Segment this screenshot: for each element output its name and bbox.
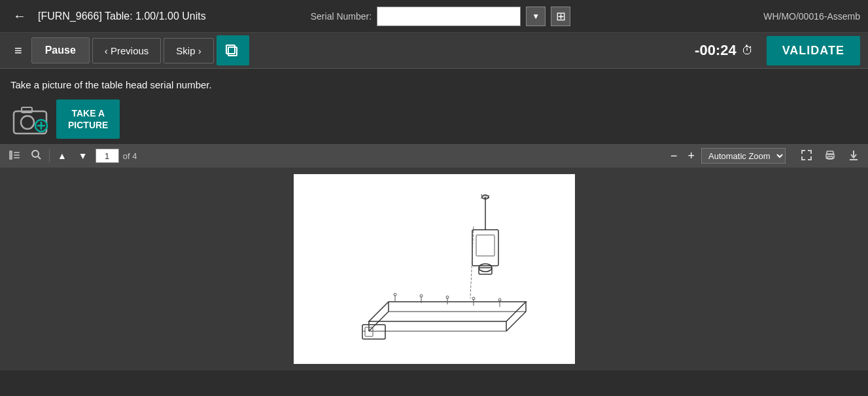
assembly-diagram: 10x	[310, 184, 559, 354]
svg-rect-10	[14, 154, 20, 156]
svg-rect-1	[226, 45, 235, 54]
download-icon	[848, 150, 859, 160]
copy-button[interactable]	[217, 35, 249, 65]
svg-rect-9	[14, 152, 20, 153]
content-area: Take a picture of the table head serial …	[0, 69, 868, 144]
skip-button[interactable]: Skip ›	[164, 38, 213, 63]
zoom-controls: − + Automatic Zoom 50% 75% 100% 125% 150…	[667, 148, 786, 164]
expand-icon	[801, 150, 812, 160]
skip-label: Skip	[176, 45, 195, 56]
pdf-right-tools	[797, 149, 863, 164]
pdf-search-button[interactable]	[27, 149, 45, 163]
pdf-toolbar: ▲ ▼ of 4 − + Automatic Zoom 50% 75% 100%…	[0, 144, 868, 168]
back-button[interactable]: ←	[8, 6, 31, 26]
camera-plus-icon	[11, 102, 49, 136]
serial-number-input[interactable]	[377, 7, 521, 26]
pdf-next-page-button[interactable]: ▼	[75, 149, 92, 162]
work-order-ref: WH/MO/00016-Assemb	[763, 11, 860, 22]
serial-add-button[interactable]: ⊞	[551, 7, 570, 26]
pdf-prev-page-button[interactable]: ▲	[54, 149, 71, 162]
prev-chevron-icon: ‹	[105, 45, 108, 56]
svg-rect-16	[827, 156, 833, 159]
pdf-download-button[interactable]	[844, 149, 863, 164]
copy-icon	[226, 43, 240, 58]
sidebar-toggle-icon	[9, 151, 20, 160]
timer-icon[interactable]: ⏱	[742, 44, 754, 58]
instruction-text: Take a picture of the table head serial …	[10, 79, 858, 90]
svg-line-30	[506, 312, 526, 331]
svg-point-3	[21, 116, 34, 129]
svg-rect-0	[228, 47, 237, 56]
pdf-viewer: 10x	[0, 168, 868, 370]
svg-line-13	[38, 156, 41, 159]
svg-rect-8	[9, 151, 12, 160]
previous-label: Previous	[111, 45, 148, 56]
pdf-sidebar-button[interactable]	[5, 149, 24, 163]
search-icon	[31, 150, 41, 160]
pdf-divider-1	[49, 149, 50, 162]
zoom-out-button[interactable]: −	[667, 149, 682, 163]
take-picture-button[interactable]: TAKE APICTURE	[56, 99, 120, 139]
zoom-select[interactable]: Automatic Zoom 50% 75% 100% 125% 150%	[701, 148, 786, 164]
pdf-print-button[interactable]	[821, 149, 839, 164]
timer-area: -00:24 ⏱ VALIDATE	[695, 36, 860, 65]
top-bar: ← [FURN_9666] Table: 1.00/1.00 Units Ser…	[0, 0, 868, 33]
pdf-page-input[interactable]	[95, 149, 119, 163]
pdf-page: 10x	[294, 174, 575, 364]
validate-button[interactable]: VALIDATE	[767, 36, 860, 65]
camera-icon-wrap	[10, 101, 50, 137]
timer-display: -00:24	[695, 42, 737, 59]
pause-button[interactable]: Pause	[31, 37, 90, 63]
previous-button[interactable]: ‹ Previous	[92, 38, 162, 63]
skip-chevron-icon: ›	[198, 45, 201, 56]
print-icon	[825, 150, 835, 160]
serial-dropdown-button[interactable]: ▼	[526, 7, 546, 26]
pdf-page-total: of 4	[123, 151, 137, 161]
pdf-expand-button[interactable]	[797, 149, 816, 164]
serial-number-label: Serial Number:	[311, 11, 372, 22]
svg-point-12	[32, 151, 39, 157]
take-picture-row: TAKE APICTURE	[10, 99, 858, 139]
zoom-in-button[interactable]: +	[684, 149, 699, 163]
action-bar: ≡ Pause ‹ Previous Skip › -00:24 ⏱ VALID…	[0, 33, 868, 69]
menu-button[interactable]: ≡	[8, 39, 29, 62]
svg-rect-11	[14, 157, 20, 158]
svg-rect-23	[476, 235, 495, 256]
page-title: [FURN_9666] Table: 1.00/1.00 Units	[38, 10, 206, 22]
